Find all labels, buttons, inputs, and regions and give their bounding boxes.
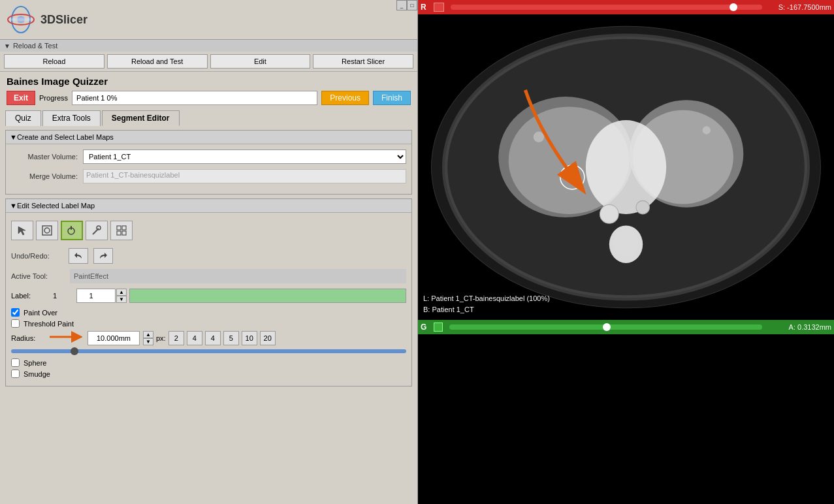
viewer-s-coord: S: -167.7500mm bbox=[766, 3, 831, 11]
svg-point-26 bbox=[614, 230, 638, 257]
create-select-body: Master Volume: Patient 1_CT Merge Volume… bbox=[6, 144, 411, 194]
paint-over-checkbox[interactable] bbox=[11, 308, 20, 317]
paint-tool-button[interactable] bbox=[61, 221, 83, 240]
svg-rect-13 bbox=[117, 231, 121, 235]
master-volume-select[interactable]: Patient 1_CT bbox=[83, 150, 406, 164]
svg-point-30 bbox=[534, 132, 544, 142]
wand-tool-icon bbox=[91, 225, 103, 236]
arrow-tool-icon bbox=[16, 225, 28, 236]
edit-section-header[interactable]: ▼ Edit Selected Label Map bbox=[6, 199, 411, 213]
merge-volume-value: Patient 1_CT-bainesquizlabel bbox=[83, 169, 406, 183]
undo-redo-row: Undo/Redo: bbox=[11, 248, 406, 264]
grid-tool-button[interactable] bbox=[110, 221, 133, 240]
radius-slider-track[interactable] bbox=[11, 349, 406, 353]
px-btn-4a[interactable]: 4 bbox=[187, 331, 202, 345]
label-num: 1 bbox=[50, 292, 76, 300]
smudge-checkbox[interactable] bbox=[11, 370, 20, 378]
label-color-swatch bbox=[129, 289, 406, 303]
svg-rect-8 bbox=[71, 226, 72, 230]
radius-slider-row bbox=[11, 348, 406, 356]
tabs-row: Quiz Extra Tools Segment Editor bbox=[0, 108, 417, 126]
progress-bar: Patient 1 0% bbox=[72, 91, 317, 105]
master-volume-label: Master Volume: bbox=[11, 153, 83, 161]
edit-button[interactable]: Edit bbox=[210, 54, 311, 69]
radius-unit: px: bbox=[156, 334, 166, 342]
redo-icon bbox=[98, 251, 108, 260]
radius-up-arrow[interactable]: ▲ bbox=[143, 331, 153, 338]
viewer-bottom-bar: G A: 0.3132mm bbox=[418, 320, 834, 334]
ct-label-b: B: Patient 1_CT bbox=[423, 304, 550, 315]
toolbar-buttons: Reload Reload and Test Edit Restart Slic… bbox=[0, 52, 417, 71]
grid-tool-icon bbox=[116, 225, 127, 236]
viewer-label-r: R bbox=[421, 3, 431, 12]
radius-down-arrow[interactable]: ▼ bbox=[143, 338, 153, 345]
create-select-section: ▼ Create and Select Label Maps Master Vo… bbox=[5, 130, 412, 195]
radius-arrow-icon bbox=[50, 330, 82, 343]
arrow-tool-button[interactable] bbox=[11, 221, 33, 240]
label-input[interactable] bbox=[76, 289, 116, 303]
reload-button[interactable]: Reload bbox=[4, 54, 104, 69]
viewer-g-thumb[interactable] bbox=[603, 323, 611, 331]
exit-button[interactable]: Exit bbox=[7, 91, 35, 105]
px-btn-4b[interactable]: 4 bbox=[205, 331, 221, 345]
wand-tool-button[interactable] bbox=[86, 221, 108, 240]
px-btn-2[interactable]: 2 bbox=[168, 331, 184, 345]
create-select-header[interactable]: ▼ Create and Select Label Maps bbox=[6, 131, 411, 144]
tab-quiz[interactable]: Quiz bbox=[5, 110, 41, 126]
app-header: 3DSlicer bbox=[0, 0, 417, 40]
px-btn-5[interactable]: 5 bbox=[223, 331, 239, 345]
undo-icon bbox=[73, 251, 84, 260]
outline-tool-button[interactable] bbox=[36, 221, 58, 240]
app-logo bbox=[7, 5, 35, 34]
label-up-arrow[interactable]: ▲ bbox=[116, 289, 127, 296]
tab-segment-editor[interactable]: Segment Editor bbox=[102, 110, 180, 126]
tab-extra-tools[interactable]: Extra Tools bbox=[42, 110, 101, 126]
threshold-paint-row: Threshold Paint bbox=[11, 319, 406, 328]
edit-section-body: Undo/Redo: Active Tool: Pa bbox=[6, 213, 411, 386]
redo-button[interactable] bbox=[93, 248, 113, 264]
sphere-checkbox[interactable] bbox=[11, 358, 20, 367]
finish-button[interactable]: Finish bbox=[373, 91, 411, 105]
svg-rect-5 bbox=[42, 226, 52, 235]
outline-tool-icon bbox=[41, 225, 53, 236]
threshold-paint-label: Threshold Paint bbox=[24, 320, 74, 328]
previous-button[interactable]: Previous bbox=[321, 91, 369, 105]
threshold-paint-checkbox[interactable] bbox=[11, 319, 20, 328]
viewer-r-thumb[interactable] bbox=[730, 3, 737, 11]
create-arrow: ▼ bbox=[10, 133, 17, 141]
reload-test-button[interactable]: Reload and Test bbox=[107, 54, 208, 69]
viewer-top-bar: R S: -167.7500mm bbox=[418, 0, 834, 14]
viewer-g-pin-btn[interactable] bbox=[434, 323, 443, 332]
ct-image-area: L: Patient 1_CT-bainesquizlabel (100%) B… bbox=[418, 14, 834, 320]
svg-rect-14 bbox=[122, 231, 126, 235]
ct-label-l: L: Patient 1_CT-bainesquizlabel (100%) bbox=[423, 293, 550, 304]
maximize-button[interactable]: □ bbox=[407, 0, 417, 10]
viewer-r-slider[interactable] bbox=[451, 5, 762, 10]
edit-label: Edit Selected Label Map bbox=[17, 202, 95, 210]
svg-point-33 bbox=[570, 175, 574, 179]
svg-rect-4 bbox=[9, 18, 33, 21]
viewer-a-coord: A: 0.3132mm bbox=[766, 323, 831, 331]
radius-input[interactable] bbox=[88, 331, 140, 345]
undo-button[interactable] bbox=[69, 248, 88, 264]
ct-labels: L: Patient 1_CT-bainesquizlabel (100%) B… bbox=[423, 293, 550, 315]
radius-slider-thumb[interactable] bbox=[71, 347, 78, 355]
svg-point-28 bbox=[636, 200, 650, 214]
paint-over-label: Paint Over bbox=[24, 309, 57, 317]
minimize-button[interactable]: _ bbox=[396, 0, 407, 10]
merge-volume-label: Merge Volume: bbox=[11, 172, 83, 180]
smudge-label: Smudge bbox=[24, 370, 50, 378]
viewer-pin-btn[interactable] bbox=[434, 3, 444, 12]
tool-buttons-row bbox=[11, 218, 406, 243]
px-btn-10[interactable]: 10 bbox=[242, 331, 257, 345]
px-btn-20[interactable]: 20 bbox=[260, 331, 276, 345]
app-title: 3DSlicer bbox=[40, 13, 88, 27]
radius-row: Radius: ▲ bbox=[11, 330, 406, 345]
undo-redo-label: Undo/Redo: bbox=[11, 252, 63, 260]
label-down-arrow[interactable]: ▼ bbox=[116, 296, 127, 303]
section-header-reload[interactable]: ▼ Reload & Test bbox=[0, 40, 417, 52]
viewer-g-slider[interactable] bbox=[449, 324, 762, 330]
ct-scan-svg bbox=[418, 14, 834, 320]
section-label: Reload & Test bbox=[13, 42, 57, 50]
restart-button[interactable]: Restart Slicer bbox=[313, 54, 413, 69]
